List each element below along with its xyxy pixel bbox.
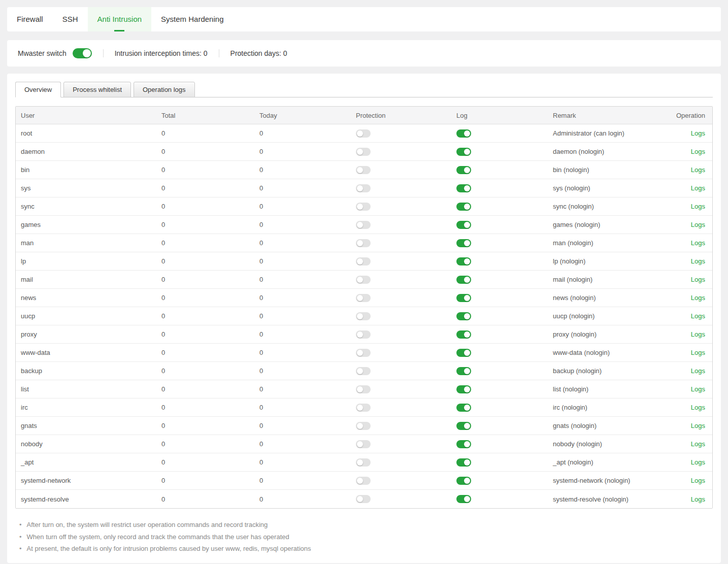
log-toggle[interactable]: [456, 367, 471, 375]
log-toggle[interactable]: [456, 203, 471, 211]
toggle-knob: [464, 459, 470, 466]
protection-toggle[interactable]: [356, 385, 371, 393]
log-toggle[interactable]: [456, 422, 471, 430]
tab-ssh[interactable]: SSH: [53, 7, 88, 31]
protection-toggle[interactable]: [356, 367, 371, 375]
protection-toggle[interactable]: [356, 166, 371, 174]
table-row: sys00sys (nologin)Logs: [16, 179, 712, 197]
log-toggle[interactable]: [456, 148, 471, 156]
tab-operation-logs[interactable]: Operation logs: [134, 82, 195, 97]
logs-link[interactable]: Logs: [691, 294, 705, 302]
protection-toggle[interactable]: [356, 203, 371, 211]
user-name: www-data: [16, 349, 156, 356]
protection-toggle[interactable]: [356, 148, 371, 156]
status-bar: Mwaster switch Intrusion interception ti…: [7, 40, 721, 67]
total-count: 0: [156, 166, 254, 174]
log-cell: [451, 440, 548, 448]
logs-link[interactable]: Logs: [691, 276, 705, 283]
protection-toggle[interactable]: [356, 221, 371, 229]
protection-toggle[interactable]: [356, 440, 371, 448]
protection-toggle[interactable]: [356, 404, 371, 412]
master-switch-toggle[interactable]: [73, 48, 92, 58]
logs-link[interactable]: Logs: [691, 349, 705, 356]
logs-link[interactable]: Logs: [691, 422, 705, 429]
logs-link[interactable]: Logs: [691, 495, 705, 503]
tab-overview[interactable]: Overview: [15, 82, 61, 97]
logs-link[interactable]: Logs: [691, 129, 705, 137]
logs-link[interactable]: Logs: [691, 404, 705, 411]
logs-link[interactable]: Logs: [691, 257, 705, 265]
total-count: 0: [156, 404, 254, 411]
log-cell: [451, 129, 548, 138]
logs-link[interactable]: Logs: [691, 312, 705, 320]
col-total: Total: [156, 112, 254, 119]
operation-cell: Logs: [644, 312, 712, 320]
protection-toggle[interactable]: [356, 239, 371, 247]
log-toggle[interactable]: [456, 458, 471, 467]
logs-link[interactable]: Logs: [691, 330, 705, 338]
log-toggle[interactable]: [456, 385, 471, 393]
protection-toggle[interactable]: [356, 184, 371, 192]
logs-link[interactable]: Logs: [691, 148, 705, 155]
protection-toggle[interactable]: [356, 477, 371, 485]
today-count: 0: [254, 349, 351, 356]
log-toggle[interactable]: [456, 312, 471, 320]
tab-process-whitelist[interactable]: Process whitelist: [63, 82, 131, 97]
log-cell: [451, 330, 548, 339]
protection-cell: [351, 220, 451, 229]
divider: [219, 49, 219, 57]
operation-cell: Logs: [644, 495, 712, 503]
protection-cell: [351, 367, 451, 375]
toggle-knob: [357, 459, 363, 466]
protection-toggle[interactable]: [356, 312, 371, 320]
log-toggle[interactable]: [456, 184, 471, 192]
log-toggle[interactable]: [456, 495, 471, 503]
logs-link[interactable]: Logs: [691, 203, 705, 210]
protection-toggle[interactable]: [356, 458, 371, 467]
logs-link[interactable]: Logs: [691, 184, 705, 192]
protection-toggle[interactable]: [356, 294, 371, 302]
table-row: list00list (nologin)Logs: [16, 380, 712, 399]
protection-toggle[interactable]: [356, 422, 371, 430]
protection-toggle[interactable]: [356, 349, 371, 357]
log-toggle[interactable]: [456, 129, 471, 138]
logs-link[interactable]: Logs: [691, 477, 705, 484]
operation-cell: Logs: [644, 257, 712, 265]
operation-cell: Logs: [644, 148, 712, 155]
user-name: systemd-resolve: [16, 495, 156, 503]
protection-cell: [351, 129, 451, 138]
col-protection: Protection: [351, 112, 451, 119]
logs-link[interactable]: Logs: [691, 385, 705, 393]
protection-toggle[interactable]: [356, 129, 371, 138]
log-toggle[interactable]: [456, 221, 471, 229]
logs-link[interactable]: Logs: [691, 367, 705, 375]
table-row: uucp00uucp (nologin)Logs: [16, 307, 712, 325]
log-toggle[interactable]: [456, 239, 471, 247]
log-toggle[interactable]: [456, 330, 471, 339]
log-toggle[interactable]: [456, 440, 471, 448]
log-toggle[interactable]: [456, 349, 471, 357]
log-toggle[interactable]: [456, 257, 471, 266]
log-toggle[interactable]: [456, 477, 471, 485]
tab-anti-intrusion[interactable]: Anti Intrusion: [88, 7, 152, 31]
user-name: games: [16, 221, 156, 228]
today-count: 0: [254, 312, 351, 320]
log-toggle[interactable]: [456, 294, 471, 302]
logs-link[interactable]: Logs: [691, 239, 705, 247]
protection-toggle[interactable]: [356, 257, 371, 266]
logs-link[interactable]: Logs: [691, 166, 705, 174]
log-toggle[interactable]: [456, 404, 471, 412]
log-toggle[interactable]: [456, 166, 471, 174]
toggle-knob: [464, 331, 470, 338]
toggle-knob: [357, 185, 363, 191]
user-name: news: [16, 294, 156, 302]
tab-firewall[interactable]: Firewall: [7, 7, 53, 31]
log-toggle[interactable]: [456, 276, 471, 284]
logs-link[interactable]: Logs: [691, 440, 705, 448]
tab-system-hardening[interactable]: System Hardening: [151, 7, 233, 31]
protection-toggle[interactable]: [356, 276, 371, 284]
protection-toggle[interactable]: [356, 330, 371, 339]
protection-toggle[interactable]: [356, 495, 371, 503]
logs-link[interactable]: Logs: [691, 458, 705, 466]
logs-link[interactable]: Logs: [691, 221, 705, 228]
